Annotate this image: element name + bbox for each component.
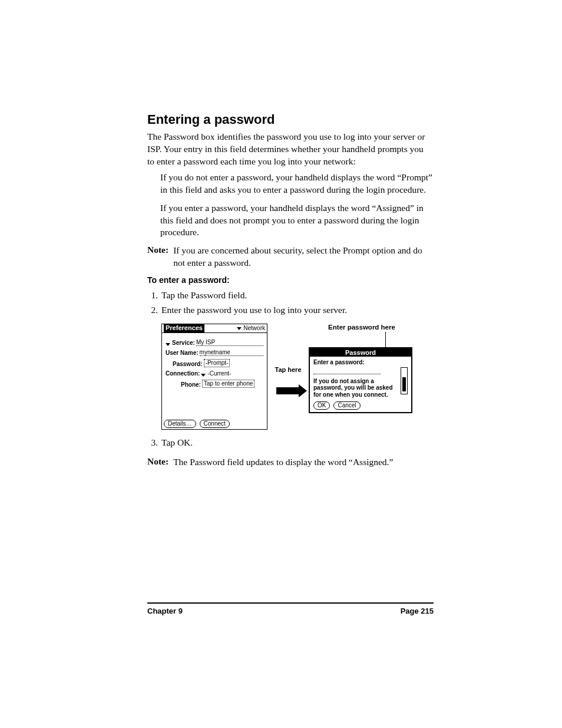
details-button[interactable]: Details…: [164, 420, 196, 428]
connect-button[interactable]: Connect: [200, 420, 230, 428]
figure: Preferences Network Service: My ISP User…: [161, 324, 432, 430]
step-1: Tap the Password field.: [160, 288, 432, 303]
tap-here-label: Tap here: [271, 366, 305, 373]
section-heading: Entering a password: [147, 112, 432, 127]
note-text: If you are concerned about security, sel…: [173, 245, 432, 269]
dialog-prompt: Enter a password:: [313, 359, 408, 365]
chevron-down-icon: [237, 327, 242, 330]
note-text: The Password field updates to display th…: [173, 456, 393, 469]
service-field[interactable]: My ISP: [196, 339, 263, 346]
username-label: User Name:: [166, 350, 199, 356]
connection-value[interactable]: -Current-: [207, 370, 231, 377]
bulleted-explanations: If you do not enter a password, your han…: [160, 172, 432, 239]
callout-line: [385, 332, 386, 347]
enter-password-callout: Enter password here: [309, 324, 415, 331]
phone-label: Phone:: [181, 381, 201, 388]
connection-label: Connection:: [166, 370, 200, 377]
scrollbar[interactable]: [401, 367, 408, 394]
password-label: Password:: [173, 361, 203, 367]
result-note: Note: The Password field updates to disp…: [147, 456, 432, 469]
procedure-steps-continued: Tap OK.: [147, 436, 432, 450]
dialog-title: Password: [310, 348, 411, 357]
bullet-no-password: If you do not enter a password, your han…: [160, 172, 432, 196]
step-2: Enter the password you use to log into y…: [160, 303, 432, 318]
callout-column: Tap here: [271, 366, 305, 394]
intro-paragraph: The Password box identifies the password…: [147, 131, 432, 168]
bullet-with-password: If you enter a password, your handheld d…: [160, 202, 432, 239]
cancel-button[interactable]: Cancel: [333, 401, 360, 410]
procedure-steps: Tap the Password field. Enter the passwo…: [147, 288, 432, 318]
dialog-hint: If you do not assign a password, you wil…: [313, 378, 408, 398]
step-3: Tap OK.: [160, 436, 432, 450]
category-dropdown[interactable]: Network: [237, 325, 265, 331]
security-note: Note: If you are concerned about securit…: [147, 245, 432, 269]
chevron-down-icon: [201, 374, 206, 377]
password-dialog: Password Enter a password: If you do not…: [309, 347, 412, 414]
note-label: Note:: [147, 245, 168, 269]
phone-field[interactable]: Tap to enter phone: [202, 380, 254, 388]
preferences-window: Preferences Network Service: My ISP User…: [161, 324, 267, 430]
note-label: Note:: [147, 456, 168, 469]
ok-button[interactable]: OK: [313, 401, 330, 410]
preferences-title: Preferences: [164, 324, 204, 332]
procedure-title: To enter a password:: [147, 275, 432, 285]
category-label: Network: [243, 325, 265, 331]
username-field[interactable]: mynetname: [200, 349, 263, 356]
page-footer: Chapter 9 Page 215: [147, 602, 434, 615]
page-number: Page 215: [401, 607, 434, 615]
password-input[interactable]: [313, 368, 381, 374]
arrow-right-icon: [276, 387, 300, 394]
chevron-down-icon: [166, 343, 170, 346]
service-label: Service:: [172, 340, 195, 346]
password-field[interactable]: -Prompt-: [204, 359, 230, 367]
chapter-label: Chapter 9: [147, 607, 183, 615]
